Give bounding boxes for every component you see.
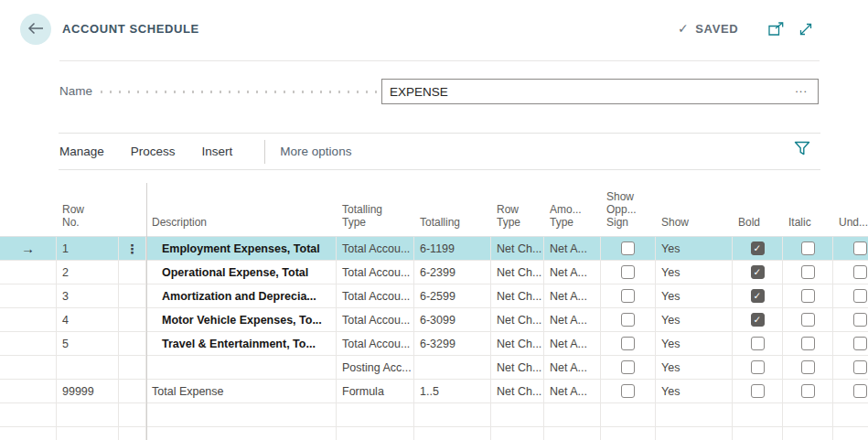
cell-row-no[interactable] (57, 356, 119, 379)
cell-show-opp-sign[interactable] (601, 237, 656, 260)
column-header-show[interactable]: Show (656, 216, 733, 236)
checkbox-italic[interactable] (801, 241, 815, 255)
cell-amount-type[interactable]: Net A... (544, 356, 601, 379)
checkbox-italic[interactable] (801, 313, 815, 327)
cell-row-type[interactable]: Net Ch... (491, 380, 544, 402)
column-header-bold[interactable]: Bold (733, 216, 783, 236)
cell-italic[interactable] (783, 356, 833, 379)
cell-show[interactable]: Yes (656, 261, 733, 284)
cell-row-type[interactable]: Net Ch... (491, 332, 544, 355)
column-header-italic[interactable]: Italic (783, 216, 833, 236)
cell-totalling[interactable]: 1..5 (414, 380, 491, 402)
name-input[interactable] (381, 79, 819, 104)
toolbar-manage-button[interactable]: Manage (59, 145, 104, 158)
column-header-amount-type[interactable]: Amo... Type (544, 203, 601, 236)
cell-totalling[interactable]: 6-2399 (414, 261, 491, 284)
cell-show[interactable]: Yes (656, 332, 733, 355)
cell-show[interactable]: Yes (656, 237, 733, 260)
cell-totalling[interactable]: 6-1199 (414, 237, 491, 260)
cell-description[interactable] (146, 356, 337, 379)
cell-totalling-type[interactable]: Total Accou... (337, 237, 414, 260)
checkbox-bold[interactable]: ✓ (751, 241, 765, 255)
cell-amount-type[interactable]: Net A... (544, 332, 601, 355)
cell-totalling-type[interactable]: Total Accou... (337, 308, 414, 331)
checkbox-underline[interactable] (853, 241, 867, 255)
cell-italic[interactable] (783, 308, 833, 331)
cell-row-type[interactable]: Net Ch... (491, 261, 544, 284)
cell-amount-type[interactable]: Net A... (544, 237, 601, 260)
checkbox-underline[interactable] (853, 337, 867, 350)
cell-bold[interactable]: ✓ (733, 308, 783, 331)
row-menu-cell[interactable] (119, 332, 146, 355)
cell-description[interactable]: Motor Vehicle Expenses, To... (146, 308, 337, 331)
column-header-show-opp-sign[interactable]: Show Opp... Sign (601, 190, 656, 236)
cell-row-no[interactable]: 3 (57, 284, 119, 307)
checkbox-show-opp-sign[interactable] (621, 360, 635, 374)
cell-description[interactable]: Employment Expenses, Total (146, 237, 337, 260)
checkbox-underline[interactable] (853, 313, 867, 327)
cell-row-type[interactable]: Net Ch... (491, 308, 544, 331)
cell-underline[interactable] (833, 380, 868, 402)
checkbox-show-opp-sign[interactable] (621, 384, 635, 398)
row-menu-cell[interactable] (119, 284, 146, 307)
cell-description[interactable]: Amortization and Deprecia... (146, 284, 337, 307)
row-menu-cell[interactable] (119, 261, 146, 284)
cell-totalling-type[interactable]: Formula (337, 380, 414, 402)
column-header-row-type[interactable]: Row Type (491, 203, 544, 236)
cell-show[interactable]: Yes (656, 284, 733, 307)
checkbox-italic[interactable] (801, 360, 815, 374)
cell-totalling[interactable]: 6-3099 (414, 308, 491, 331)
cell-bold[interactable]: ✓ (733, 284, 783, 307)
cell-totalling-type[interactable]: Total Accou... (337, 261, 414, 284)
cell-amount-type[interactable]: Net A... (544, 308, 601, 331)
cell-show-opp-sign[interactable] (601, 332, 656, 355)
checkbox-bold[interactable] (751, 384, 765, 398)
checkbox-bold[interactable]: ✓ (751, 313, 765, 327)
cell-underline[interactable] (833, 237, 868, 260)
cell-totalling[interactable]: 6-3299 (414, 332, 491, 355)
cell-row-no[interactable]: 4 (57, 308, 119, 331)
checkbox-show-opp-sign[interactable] (621, 313, 635, 327)
cell-totalling-type[interactable]: Posting Acc... (337, 356, 414, 379)
checkbox-bold[interactable]: ✓ (751, 265, 765, 279)
cell-row-type[interactable]: Net Ch... (491, 356, 544, 379)
column-header-totalling[interactable]: Totalling (414, 216, 491, 236)
cell-description[interactable]: Travel & Entertainment, To... (146, 332, 337, 355)
cell-italic[interactable] (783, 261, 833, 284)
row-context-menu-icon[interactable]: ⋮ (126, 241, 139, 256)
cell-show-opp-sign[interactable] (601, 308, 656, 331)
cell-bold[interactable]: ✓ (733, 237, 783, 260)
selection-cell[interactable]: → (0, 237, 57, 260)
cell-underline[interactable] (833, 308, 868, 331)
cell-show-opp-sign[interactable] (601, 356, 656, 379)
table-row[interactable]: Posting Acc...Net Ch...Net A...Yes (0, 356, 868, 380)
toolbar-insert-button[interactable]: Insert (202, 145, 233, 158)
cell-row-type[interactable]: Net Ch... (491, 284, 544, 307)
cell-show-opp-sign[interactable] (601, 380, 656, 402)
filter-button[interactable] (792, 139, 812, 161)
checkbox-italic[interactable] (801, 289, 815, 303)
column-header-description[interactable]: Description (146, 216, 337, 236)
cell-underline[interactable] (833, 284, 868, 307)
row-menu-cell[interactable] (119, 380, 146, 402)
back-button[interactable] (20, 14, 51, 45)
checkbox-italic[interactable] (801, 265, 815, 279)
cell-italic[interactable] (783, 332, 833, 355)
cell-underline[interactable] (833, 261, 868, 284)
checkbox-bold[interactable]: ✓ (751, 289, 765, 303)
row-menu-cell[interactable] (119, 308, 146, 331)
cell-row-no[interactable]: 5 (57, 332, 119, 355)
checkbox-bold[interactable] (751, 360, 765, 374)
selection-cell[interactable] (0, 261, 57, 284)
cell-row-type[interactable]: Net Ch... (491, 237, 544, 260)
selection-cell[interactable] (0, 380, 57, 402)
cell-bold[interactable]: ✓ (733, 261, 783, 284)
column-header-totalling-type[interactable]: Totalling Type (337, 203, 414, 236)
cell-underline[interactable] (833, 332, 868, 355)
cell-row-no[interactable]: 2 (57, 261, 119, 284)
cell-bold[interactable] (733, 332, 783, 355)
name-lookup-button[interactable]: ... (789, 80, 813, 96)
checkbox-show-opp-sign[interactable] (621, 265, 635, 279)
expand-page-button[interactable] (797, 20, 815, 41)
checkbox-italic[interactable] (801, 337, 815, 350)
